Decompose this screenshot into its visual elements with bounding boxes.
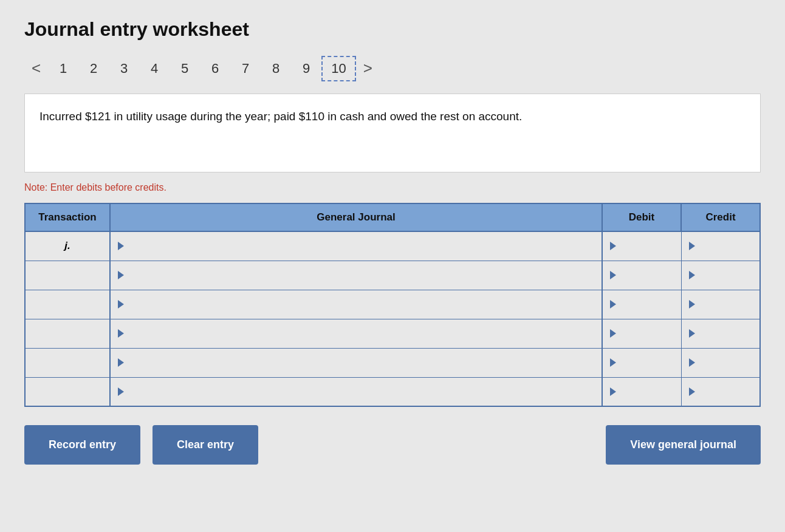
table-row [25,261,760,290]
triangle-icon [118,329,124,338]
buttons-row: Record entry Clear entry View general jo… [24,425,761,465]
credit-cell-2[interactable] [681,290,760,319]
page-3[interactable]: 3 [109,57,139,80]
general-journal-cell-2[interactable] [110,290,602,319]
note-text: Note: Enter debits before credits. [24,182,761,193]
table-row [25,319,760,348]
record-entry-button[interactable]: Record entry [24,425,140,465]
triangle-icon [689,387,695,396]
credit-input-4[interactable] [698,349,758,377]
page-1[interactable]: 1 [48,57,78,80]
debit-input-2[interactable] [619,290,679,319]
debit-input-1[interactable] [619,261,679,290]
triangle-icon [689,358,695,367]
triangle-icon [689,271,695,279]
triangle-icon [118,358,124,367]
header-credit: Credit [681,203,760,231]
credit-input-2[interactable] [698,290,758,319]
page-4[interactable]: 4 [139,57,170,80]
header-transaction: Transaction [25,203,110,231]
page-6[interactable]: 6 [200,57,230,80]
debit-cell-4[interactable] [602,348,681,377]
header-general-journal: General Journal [110,203,602,231]
triangle-icon [610,358,616,367]
journal-table: Transaction General Journal Debit Credit… [24,203,761,407]
general-journal-cell-4[interactable] [110,348,602,377]
general-journal-input-5[interactable] [126,378,599,406]
triangle-icon [118,300,124,309]
transaction-cell-0: j. [25,231,110,261]
table-row: j. [25,231,760,261]
credit-input-5[interactable] [698,378,758,406]
page-10[interactable]: 10 [321,56,355,81]
triangle-icon [610,387,616,396]
transaction-cell-5 [25,377,110,406]
debit-input-4[interactable] [619,349,679,377]
triangle-icon [118,271,124,279]
general-journal-cell-1[interactable] [110,261,602,290]
description-box: Incurred $121 in utility usage during th… [24,94,761,172]
page-2[interactable]: 2 [78,57,109,80]
triangle-icon [689,329,695,338]
credit-cell-5[interactable] [681,377,760,406]
general-journal-input-0[interactable] [126,232,599,261]
table-row [25,290,760,319]
general-journal-cell-3[interactable] [110,319,602,348]
debit-cell-3[interactable] [602,319,681,348]
next-arrow[interactable]: > [356,55,380,81]
page-9[interactable]: 9 [291,57,321,80]
credit-cell-1[interactable] [681,261,760,290]
debit-input-0[interactable] [619,232,679,261]
page-7[interactable]: 7 [230,57,261,80]
triangle-icon [610,271,616,279]
transaction-cell-3 [25,319,110,348]
credit-input-0[interactable] [698,232,758,261]
table-row [25,377,760,406]
triangle-icon [118,242,124,250]
debit-cell-5[interactable] [602,377,681,406]
table-row [25,348,760,377]
credit-cell-4[interactable] [681,348,760,377]
triangle-icon [610,242,616,250]
general-journal-cell-5[interactable] [110,377,602,406]
page-title: Journal entry worksheet [24,18,761,41]
clear-entry-button[interactable]: Clear entry [153,425,258,465]
credit-input-3[interactable] [698,319,758,348]
triangle-icon [610,329,616,338]
general-journal-cell-0[interactable] [110,231,602,261]
debit-input-3[interactable] [619,319,679,348]
triangle-icon [689,300,695,309]
transaction-cell-1 [25,261,110,290]
general-journal-input-2[interactable] [126,290,599,319]
page-5[interactable]: 5 [170,57,200,80]
debit-cell-2[interactable] [602,290,681,319]
general-journal-input-1[interactable] [126,261,599,290]
header-debit: Debit [602,203,681,231]
prev-arrow[interactable]: < [24,55,48,81]
triangle-icon [689,242,695,250]
page-8[interactable]: 8 [261,57,291,80]
triangle-icon [610,300,616,309]
debit-input-5[interactable] [619,378,679,406]
transaction-cell-4 [25,348,110,377]
triangle-icon [118,387,124,396]
transaction-cell-2 [25,290,110,319]
pagination: < 1 2 3 4 5 6 7 8 9 10 > [24,55,761,81]
general-journal-input-4[interactable] [126,349,599,377]
credit-cell-3[interactable] [681,319,760,348]
debit-cell-0[interactable] [602,231,681,261]
description-text: Incurred $121 in utility usage during th… [39,110,522,123]
credit-cell-0[interactable] [681,231,760,261]
general-journal-input-3[interactable] [126,319,599,348]
view-general-journal-button[interactable]: View general journal [606,425,761,465]
debit-cell-1[interactable] [602,261,681,290]
credit-input-1[interactable] [698,261,758,290]
